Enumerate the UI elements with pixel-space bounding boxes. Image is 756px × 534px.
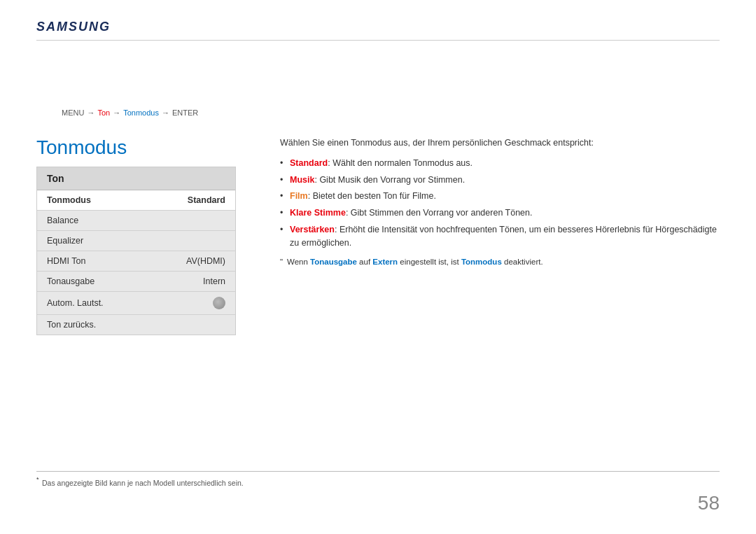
term-musik: Musik (290, 175, 314, 185)
breadcrumb-enter: ENTER (172, 108, 198, 117)
menu-item-autom-lautst[interactable]: Autom. Lautst. (37, 292, 235, 315)
breadcrumb-tonmodus: Tonmodus (123, 108, 159, 117)
text-standard: : Wählt den normalen Tonmodus aus. (328, 158, 472, 168)
menu-item-label: Tonausgabe (47, 276, 94, 286)
text-musik: : Gibt Musik den Vorrang vor Stimmen. (314, 175, 465, 185)
menu-item-tonmodus[interactable]: Tonmodus Standard (37, 190, 235, 211)
bullet-verstaerken: Verstärken: Erhöht die Intensität von ho… (280, 223, 720, 250)
note-tonmodus: Tonmodus (461, 258, 502, 266)
breadcrumb-arrow3: → (162, 108, 169, 117)
breadcrumb-arrow2: → (113, 108, 120, 117)
note-mid1: auf (357, 258, 372, 266)
text-verstaerken: : Erhöht die Intensität von hochfrequent… (290, 225, 717, 248)
text-film: : Bietet den besten Ton für Filme. (308, 191, 436, 201)
toggle-icon (213, 297, 225, 309)
menu-item-label: Equalizer (47, 236, 83, 246)
page-title: Tonmodus (36, 136, 127, 159)
bullet-standard: Standard: Wählt den normalen Tonmodus au… (280, 157, 720, 170)
logo: SAMSUNG (36, 20, 111, 34)
note-mid2: eingestellt ist, ist (398, 258, 461, 266)
menu-item-label: HDMI Ton (47, 256, 85, 266)
note-suffix: deaktiviert. (502, 258, 543, 266)
footnote-star: * (36, 476, 39, 483)
menu-item-value: Standard (188, 195, 225, 205)
bullet-klare-stimme: Klare Stimme: Gibt Stimmen den Vorrang v… (280, 206, 720, 220)
menu-item-hdmi-ton[interactable]: HDMI Ton AV(HDMI) (37, 251, 235, 272)
text-klare-stimme: : Gibt Stimmen den Vorrang vor anderen T… (346, 208, 533, 218)
footer-note: * Das angezeigte Bild kann je nach Model… (36, 471, 720, 489)
note-extern: Extern (372, 258, 398, 266)
bullet-list: Standard: Wählt den normalen Tonmodus au… (280, 157, 720, 250)
page-number: 58 (698, 492, 720, 514)
breadcrumb-arrow1: → (87, 108, 94, 117)
menu-item-label: Ton zurücks. (47, 320, 96, 330)
menu-item-ton-zurueck[interactable]: Ton zurücks. (37, 315, 235, 335)
term-klare-stimme: Klare Stimme (290, 208, 346, 218)
header: SAMSUNG (36, 20, 720, 41)
menu-item-label: Tonmodus (47, 195, 91, 205)
content-area: Wählen Sie einen Tonmodus aus, der Ihrem… (280, 136, 720, 266)
menu-item-value: AV(HDMI) (186, 256, 225, 266)
menu-box-title: Ton (37, 167, 235, 190)
menu-item-label: Balance (47, 216, 78, 225)
content-intro: Wählen Sie einen Tonmodus aus, der Ihrem… (280, 136, 720, 150)
breadcrumb: MENU → Ton → Tonmodus → ENTER (62, 108, 198, 117)
term-verstaerken: Verstärken (290, 225, 335, 234)
bullet-film: Film: Bietet den besten Ton für Filme. (280, 190, 720, 203)
menu-item-balance[interactable]: Balance (37, 211, 235, 231)
menu-item-label: Autom. Lautst. (47, 298, 104, 308)
menu-item-tonausgabe[interactable]: Tonausgabe Intern (37, 272, 235, 292)
menu-item-value: Intern (203, 276, 225, 286)
note-tonausgabe: Tonausgabe (310, 258, 357, 266)
note-line: Wenn Tonausgabe auf Extern eingestellt i… (280, 258, 720, 266)
menu-box: Ton Tonmodus Standard Balance Equalizer … (36, 167, 236, 335)
footer-note-text: Das angezeigte Bild kann je nach Modell … (42, 479, 244, 487)
term-film: Film (290, 191, 308, 201)
note-prefix: Wenn (287, 258, 310, 266)
bullet-musik: Musik: Gibt Musik den Vorrang vor Stimme… (280, 174, 720, 187)
breadcrumb-ton: Ton (97, 108, 110, 117)
term-standard: Standard (290, 158, 328, 168)
menu-item-equalizer[interactable]: Equalizer (37, 231, 235, 251)
breadcrumb-menu: MENU (62, 108, 84, 117)
